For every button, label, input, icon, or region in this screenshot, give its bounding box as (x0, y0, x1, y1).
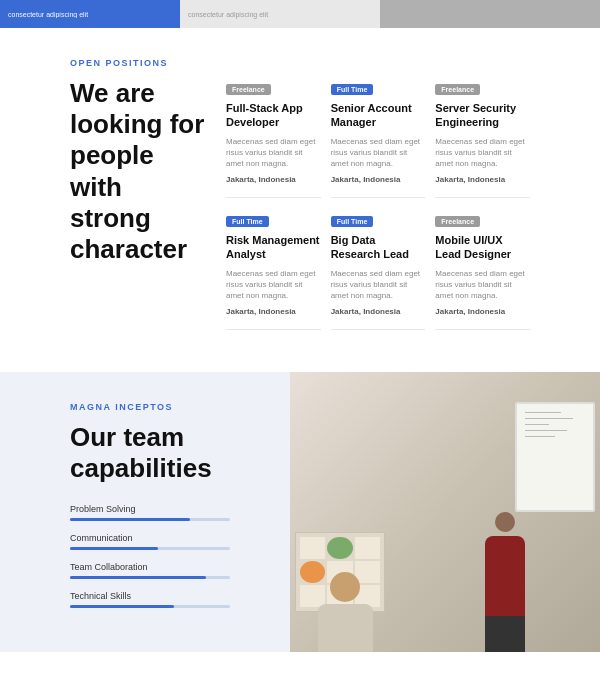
job-desc-6: Maecenas sed diam eget risus varius blan… (435, 268, 530, 302)
skill-label-2: Communication (70, 533, 260, 543)
job-title-6: Mobile UI/UX Lead Designer (435, 233, 530, 262)
job-card-3[interactable]: Freelance Server Security Engineering Ma… (435, 78, 530, 198)
capabilities-label: MAGNA INCEPTOS (70, 402, 260, 412)
positions-grid: We are looking for people with strong ch… (70, 78, 530, 342)
shelf-item-1 (300, 537, 325, 559)
badge-freelance-6: Freelance (435, 216, 480, 227)
badge-fulltime-2: Full Time (331, 84, 374, 95)
job-card-1[interactable]: Freelance Full-Stack App Developer Maece… (226, 78, 321, 198)
whiteboard-lines (517, 404, 593, 450)
positions-heading: We are looking for people with strong ch… (70, 78, 210, 342)
capabilities-left: MAGNA INCEPTOS Our team capabilities Pro… (0, 372, 290, 652)
skill-row-2: Communication (70, 533, 260, 550)
skill-bar-bg-1 (70, 518, 230, 521)
whiteboard (515, 402, 595, 512)
person-body-1 (485, 536, 525, 616)
skill-bar-fill-1 (70, 518, 190, 521)
skill-label-3: Team Collaboration (70, 562, 260, 572)
person-head-2 (330, 572, 360, 602)
skill-bar-fill-4 (70, 605, 174, 608)
hero-image-1: consectetur adipiscing elit (0, 0, 180, 28)
job-card-2[interactable]: Full Time Senior Account Manager Maecena… (331, 78, 426, 198)
job-desc-3: Maecenas sed diam eget risus varius blan… (435, 136, 530, 170)
job-title-4: Risk Management Analyst (226, 233, 321, 262)
skill-bar-bg-2 (70, 547, 230, 550)
hero-text-1: consectetur adipiscing elit (8, 11, 88, 18)
person-head-1 (495, 512, 515, 532)
skill-row-4: Technical Skills (70, 591, 260, 608)
positions-heading-text: We are looking for people with strong ch… (70, 78, 210, 265)
shelf-item-3 (355, 537, 380, 559)
person-body-2 (318, 604, 373, 652)
open-positions-section: OPEN POSITIONS We are looking for people… (0, 28, 600, 372)
wb-line-4 (525, 430, 567, 431)
hero-strip: consectetur adipiscing elit consectetur … (0, 0, 600, 28)
cards-area: Freelance Full-Stack App Developer Maece… (226, 78, 530, 342)
badge-freelance-1: Freelance (226, 84, 271, 95)
skill-label-1: Problem Solving (70, 504, 260, 514)
skill-label-4: Technical Skills (70, 591, 260, 601)
skill-bar-bg-3 (70, 576, 230, 579)
job-location-3: Jakarta, Indonesia (435, 175, 530, 184)
open-positions-label: OPEN POSITIONS (70, 58, 530, 68)
job-desc-5: Maecenas sed diam eget risus varius blan… (331, 268, 426, 302)
job-location-4: Jakarta, Indonesia (226, 307, 321, 316)
badge-fulltime-5: Full Time (331, 216, 374, 227)
job-card-5[interactable]: Full Time Big Data Research Lead Maecena… (331, 210, 426, 330)
capabilities-section: MAGNA INCEPTOS Our team capabilities Pro… (0, 372, 600, 652)
hero-text-2: consectetur adipiscing elit (188, 11, 268, 18)
job-title-5: Big Data Research Lead (331, 233, 426, 262)
skill-row-3: Team Collaboration (70, 562, 260, 579)
job-location-5: Jakarta, Indonesia (331, 307, 426, 316)
person-foreground (310, 572, 380, 652)
office-photo (290, 372, 600, 652)
wb-line-5 (525, 436, 555, 437)
job-location-2: Jakarta, Indonesia (331, 175, 426, 184)
skill-bar-fill-3 (70, 576, 206, 579)
job-title-2: Senior Account Manager (331, 101, 426, 130)
job-location-1: Jakarta, Indonesia (226, 175, 321, 184)
hero-image-3 (380, 0, 600, 28)
cards-row-1: Freelance Full-Stack App Developer Maece… (226, 78, 530, 198)
badge-freelance-3: Freelance (435, 84, 480, 95)
hero-image-2: consectetur adipiscing elit (180, 0, 380, 28)
job-desc-1: Maecenas sed diam eget risus varius blan… (226, 136, 321, 170)
skill-bar-fill-2 (70, 547, 158, 550)
job-title-1: Full-Stack App Developer (226, 101, 321, 130)
capabilities-heading: Our team capabilities (70, 422, 260, 484)
job-desc-2: Maecenas sed diam eget risus varius blan… (331, 136, 426, 170)
badge-fulltime-4: Full Time (226, 216, 269, 227)
wb-line-1 (525, 412, 561, 413)
cards-row-2: Full Time Risk Management Analyst Maecen… (226, 210, 530, 330)
wb-line-3 (525, 424, 549, 425)
capabilities-right (290, 372, 600, 652)
job-title-3: Server Security Engineering (435, 101, 530, 130)
job-location-6: Jakarta, Indonesia (435, 307, 530, 316)
person-presenter (475, 512, 535, 652)
person-legs-1 (485, 616, 525, 652)
skill-bar-bg-4 (70, 605, 230, 608)
wb-line-2 (525, 418, 573, 419)
skill-row-1: Problem Solving (70, 504, 260, 521)
job-card-6[interactable]: Freelance Mobile UI/UX Lead Designer Mae… (435, 210, 530, 330)
job-card-4[interactable]: Full Time Risk Management Analyst Maecen… (226, 210, 321, 330)
job-desc-4: Maecenas sed diam eget risus varius blan… (226, 268, 321, 302)
shelf-item-plant-1 (327, 537, 352, 559)
